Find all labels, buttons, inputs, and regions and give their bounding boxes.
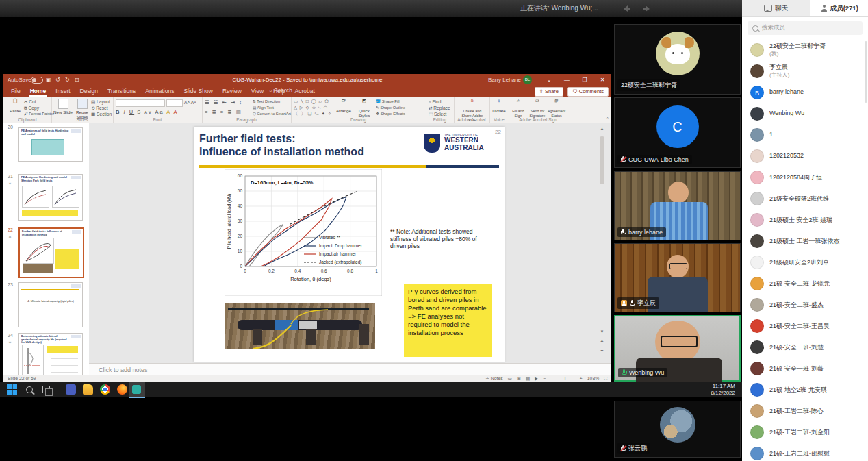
annotation-arrow-icon[interactable] [642,5,652,12]
zoom-in-icon[interactable]: + [580,376,583,382]
scroll-up-icon[interactable]: ▲ [598,127,606,131]
select-button[interactable]: ⬚ Select [429,112,446,117]
char-spacing-button[interactable]: ᴀᴠ [144,109,152,115]
member-row[interactable]: 21硕-安全二班-王昌昊 [742,316,868,337]
normal-view-icon[interactable]: ▭ [508,376,512,382]
member-row[interactable]: 21级硕士 安全2班 姚瑞 [742,210,868,231]
reset-button[interactable]: ⟲ Reset [91,105,108,111]
member-row[interactable]: Wenbing Wu [742,103,868,125]
slide-scrollbar[interactable]: ▲ ▼ ⏶ ⏷ [598,127,606,360]
shape-outline-button[interactable]: ✎ Shape Outline [376,105,405,110]
font-color-button[interactable]: A [174,109,179,115]
font-name-select[interactable] [116,99,165,107]
member-row[interactable]: 21硕-工岩二班-邵慰慰 [742,443,868,461]
taskbar-search-icon[interactable] [26,386,33,393]
ribbon-tab-review[interactable]: Review [218,86,246,97]
zoom-out-icon[interactable]: − [543,376,546,382]
font-size-select[interactable] [166,99,183,107]
start-button-icon[interactable] [7,384,17,395]
member-row[interactable]: 21级硕士 工岩一班张依杰 [742,231,868,252]
previous-slide-icon[interactable]: ⏶ [598,339,606,344]
find-button[interactable]: ⌕ Find [429,99,441,105]
member-row[interactable]: 21硕-工岩二班-陈心 [742,401,868,422]
format-painter-button[interactable]: 🖌 Format Painter [24,112,54,116]
video-tile-4[interactable]: 李立辰 [614,243,741,312]
fit-slide-icon[interactable]: ⛶ [604,376,607,382]
agreement-status-button[interactable]: 🗐Agreement Status [547,99,566,118]
current-slide[interactable]: Further field tests: Influence of instal… [194,127,505,362]
notes-toggle[interactable]: ≐ Notes [485,376,502,382]
section-button[interactable]: ▦ Section [91,112,112,117]
zoom-percent[interactable]: 103% [587,376,599,382]
highlight-button[interactable]: A [166,109,171,115]
shapes-gallery-row2[interactable]: △ ▷ ◇ ☆ ⤷ ◠ [294,105,328,110]
taskbar-app-file-explorer-icon[interactable] [83,384,93,395]
list-buttons[interactable]: ☰ ☱ ⇤ ⇥ ↕ [205,99,243,105]
shape-effects-button[interactable]: ❖ Shape Effects [376,112,405,116]
shapes-gallery[interactable]: ▭ ╲ □ ◯ ▱ ⬠ [294,99,329,104]
taskbar-app-firefox-icon[interactable] [117,384,127,395]
video-tile-3[interactable]: barry lehane [614,171,741,240]
taskbar-app-teams-icon[interactable] [66,384,76,395]
quick-styles-button[interactable]: ◩Quick Styles [354,99,374,118]
bold-button[interactable]: B [116,109,120,115]
member-row[interactable]: 1202120532 [742,146,868,167]
slide-thumbnail-23[interactable]: 4. Ultimate lateral capacity (rigid pile… [18,282,83,327]
video-tile-6[interactable]: 张云鹏 [614,401,741,458]
share-button[interactable]: ⇪ Share [535,87,563,97]
reading-view-icon[interactable]: ▤ [526,376,530,382]
align-buttons[interactable]: ≡ ≣ ≡ ≣ ▥ [205,109,242,115]
member-row[interactable]: 21级硕研安全2班刘卓 [742,252,868,273]
new-slide-button[interactable]: New Slide [53,99,73,115]
replace-button[interactable]: ⇄ Replace [429,105,450,111]
ribbon-display-button[interactable]: ⌄ [540,74,558,86]
member-row[interactable]: 1 [742,125,868,146]
arrange-button[interactable]: 🗇Arrange [333,99,354,114]
video-tile-2[interactable]: C CUG-UWA-Libo Chen [614,97,741,168]
scroll-down-icon[interactable]: ▼ [598,329,606,334]
notes-pane[interactable]: Click to add notes [89,363,611,375]
smartart-button[interactable]: ⬡ Convert to SmartArt [253,112,291,116]
account-avatar[interactable]: BL [523,75,532,84]
ribbon-tab-design[interactable]: Design [75,86,103,97]
close-button[interactable]: ✕ [593,74,611,86]
ribbon-tab-animations[interactable]: Animations [140,86,179,97]
ribbon-search[interactable]: ⌕ Search [269,87,292,95]
italic-button[interactable]: I [124,109,127,115]
collapse-ribbon-icon[interactable]: ⌃ [605,116,609,122]
ribbon-tab-view[interactable]: View [246,86,268,97]
shapes-gallery-row3[interactable]: 〔 〕 ❏ ⮎ ✦ ✧ [294,111,332,117]
annotation-arrow-icon[interactable] [622,5,631,12]
change-case-button[interactable]: Aa [155,109,164,115]
member-row[interactable]: 21硕-安全二班-龙镜元 [742,273,868,295]
comments-button[interactable]: 🗨 Comments [567,87,609,97]
member-row[interactable]: 21硕-安全二班-盛杰 [742,295,868,316]
paste-button[interactable]: 📋Paste [5,99,25,114]
dictate-button[interactable]: 🎙Dictate [489,99,509,114]
underline-button[interactable]: U [129,109,134,115]
slide-thumbnail-22-selected[interactable]: Further field tests: Influence of instal… [18,227,84,278]
video-tile-5-speaking[interactable]: Wenbing Wu [614,315,741,382]
grow-shrink-font[interactable]: A˄ A˅ [184,100,196,105]
slide-thumbnail-20[interactable]: FE Analyses of field tests Hardening soi… [18,127,83,162]
member-row[interactable]: 1202120584周子恒 [742,167,868,188]
strikethrough-button[interactable]: S [137,109,142,115]
member-list-scrollbar[interactable] [865,41,867,103]
notes-placeholder[interactable]: Click to add notes [99,366,148,373]
taskbar-clock[interactable]: 11:17 AM 8/12/2022 [711,383,735,396]
tab-chat[interactable]: 聊天 [742,0,810,16]
scrollbar-thumb[interactable] [600,136,604,184]
tab-members[interactable]: 成员(271) [810,0,868,16]
member-list[interactable]: 22硕安全二班郗宁胥(我)李立辰(主持人)Bbarry lehaneWenbin… [742,40,868,461]
send-signature-button[interactable]: 🖃Send for Signature [528,99,547,118]
video-tile-1[interactable]: 22硕安全二班郗宁胥 [614,24,741,95]
member-row[interactable]: 21硕-地空2班-尤安琪 [742,379,868,401]
cut-button[interactable]: ✂ Cut [24,99,36,105]
slide-sorter-icon[interactable]: ⊞ [517,376,521,382]
member-row[interactable]: 22硕安全二班郗宁胥(我) [742,40,868,61]
member-search-input[interactable]: 搜索成员 [748,21,863,35]
fill-sign-button[interactable]: ✍Fill and Sign [509,99,528,118]
next-slide-icon[interactable]: ⏷ [598,349,606,353]
align-text-button[interactable]: ▤ Align Text [253,105,274,110]
taskbar-app-chrome-icon[interactable] [100,384,110,395]
